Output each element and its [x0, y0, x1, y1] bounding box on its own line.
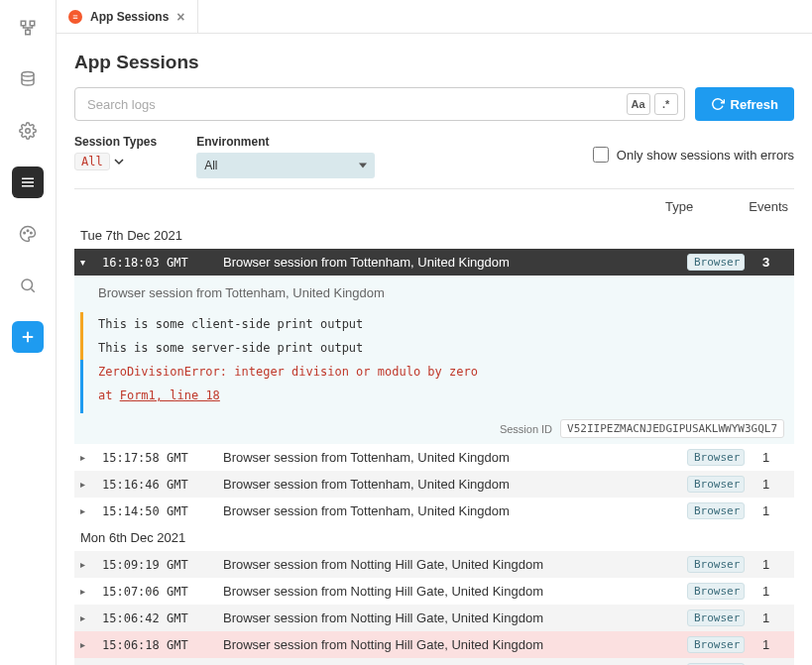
session-desc: Browser session from Tottenham, United K…	[223, 477, 675, 492]
session-time: 16:18:03 GMT	[102, 256, 211, 270]
regex-toggle[interactable]: .*	[654, 93, 678, 115]
svg-point-11	[22, 279, 33, 290]
chevron-right-icon: ▸	[80, 479, 90, 490]
session-row[interactable]: ▸ 15:06:42 GMT Browser session from Nott…	[74, 605, 794, 631]
refresh-label: Refresh	[731, 97, 778, 112]
session-row[interactable]: ▸ 15:07:06 GMT Browser session from Nott…	[74, 578, 794, 605]
log-line: This is some server-side print output	[98, 338, 780, 358]
svg-point-3	[22, 72, 34, 77]
table-header: Type Events	[74, 189, 794, 222]
tab-label: App Sessions	[90, 10, 169, 24]
error-source-link[interactable]: Form1, line 18	[120, 388, 220, 402]
svg-point-4	[26, 129, 31, 134]
type-badge: Browser	[687, 449, 745, 466]
session-types-label: Session Types	[74, 135, 157, 149]
logs-icon[interactable]	[12, 166, 44, 198]
type-badge: Browser	[687, 583, 745, 600]
svg-point-10	[31, 232, 33, 234]
session-time: 15:14:50 GMT	[102, 504, 211, 518]
event-count: 1	[756, 557, 788, 572]
type-badge: Browser	[687, 476, 745, 493]
type-badge: Browser	[687, 254, 745, 271]
session-desc: Browser session from Tottenham, United K…	[223, 255, 675, 270]
database-icon[interactable]	[12, 63, 44, 95]
event-count: 1	[756, 637, 788, 652]
session-types-value: All	[74, 153, 110, 170]
add-button[interactable]	[12, 321, 44, 353]
event-count: 1	[756, 450, 788, 465]
session-desc: Browser session from Tottenham, United K…	[223, 450, 675, 465]
session-row[interactable]: ▸ 15:14:50 GMT Browser session from Tott…	[74, 498, 794, 524]
stack-icon: ≡	[68, 10, 82, 24]
errors-only-label: Only show sessions with errors	[617, 148, 794, 163]
session-row-expanded[interactable]: ▾ 16:18:03 GMT Browser session from Tott…	[74, 249, 794, 276]
svg-point-8	[24, 232, 26, 234]
chevron-down-icon	[114, 157, 124, 166]
case-sensitive-toggle[interactable]: Aa	[627, 93, 650, 115]
session-row[interactable]: ▸ 15:06:18 GMT Browser session from Nott…	[74, 631, 794, 658]
chevron-right-icon: ▸	[80, 559, 90, 570]
session-desc: Browser session from Notting Hill Gate, …	[223, 584, 675, 599]
event-count: 1	[756, 584, 788, 599]
search-input[interactable]	[87, 97, 623, 112]
chevron-right-icon: ▸	[80, 612, 90, 623]
errors-only-checkbox[interactable]: Only show sessions with errors	[593, 147, 794, 163]
event-count: 3	[756, 255, 788, 270]
type-badge: Browser	[687, 610, 745, 626]
errors-only-input[interactable]	[593, 147, 609, 163]
session-id-label: Session ID	[500, 423, 552, 435]
detail-title: Browser session from Tottenham, United K…	[98, 285, 780, 300]
event-count: 1	[756, 610, 788, 625]
palette-icon[interactable]	[12, 218, 44, 250]
session-time: 15:07:06 GMT	[102, 585, 211, 599]
type-badge: Browser	[687, 636, 745, 653]
session-row[interactable]: ▸ 15:05:43 GMT Browser session from Nott…	[74, 658, 794, 665]
svg-rect-0	[21, 21, 26, 26]
tabbar: ≡ App Sessions ×	[57, 0, 812, 34]
session-time: 15:06:18 GMT	[102, 638, 211, 652]
svg-point-9	[27, 230, 29, 232]
environment-label: Environment	[196, 135, 375, 149]
gear-icon[interactable]	[12, 115, 44, 147]
chevron-right-icon: ▸	[80, 505, 90, 516]
search-icon[interactable]	[12, 270, 44, 301]
session-types-dropdown[interactable]: All	[74, 153, 157, 170]
environment-dropdown[interactable]: All	[196, 153, 375, 178]
session-row[interactable]: ▸ 15:09:19 GMT Browser session from Nott…	[74, 551, 794, 578]
session-id-row: Session ID V52IIPEZMACNJEDGIPUSAKLWWYW3G…	[74, 413, 794, 444]
search-field[interactable]: Aa .*	[74, 87, 685, 121]
close-icon[interactable]: ×	[176, 9, 184, 25]
chevron-right-icon: ▸	[80, 586, 90, 597]
refresh-button[interactable]: Refresh	[695, 87, 794, 121]
date-header: Mon 6th Dec 2021	[74, 524, 794, 551]
session-time: 15:06:42 GMT	[102, 611, 211, 625]
session-row[interactable]: ▸ 15:16:46 GMT Browser session from Tott…	[74, 471, 794, 498]
svg-line-12	[31, 288, 34, 291]
svg-rect-2	[26, 30, 31, 35]
session-time: 15:09:19 GMT	[102, 558, 211, 572]
refresh-icon	[711, 97, 725, 111]
sidebar	[0, 0, 57, 665]
session-desc: Browser session from Notting Hill Gate, …	[223, 637, 675, 652]
log-line: This is some client-side print output	[98, 314, 780, 334]
error-line: ZeroDivisionError: integer division or m…	[98, 362, 780, 382]
svg-rect-1	[30, 21, 35, 26]
session-time: 15:17:58 GMT	[102, 451, 211, 465]
chevron-right-icon: ▸	[80, 639, 90, 650]
type-badge: Browser	[687, 502, 745, 519]
session-row[interactable]: ▸ 15:17:58 GMT Browser session from Tott…	[74, 444, 794, 471]
column-type: Type	[665, 199, 725, 214]
tab-app-sessions[interactable]: ≡ App Sessions ×	[57, 0, 198, 33]
type-badge: Browser	[687, 556, 745, 573]
session-desc: Browser session from Tottenham, United K…	[223, 503, 675, 518]
column-events: Events	[749, 199, 788, 214]
chevron-right-icon: ▸	[80, 452, 90, 463]
page-title: App Sessions	[74, 52, 794, 73]
event-count: 1	[756, 503, 788, 518]
session-desc: Browser session from Notting Hill Gate, …	[223, 610, 675, 625]
tree-icon[interactable]	[12, 12, 44, 44]
error-trace: at Form1, line 18	[98, 386, 780, 405]
chevron-down-icon: ▾	[80, 257, 90, 268]
session-id-value[interactable]: V52IIPEZMACNJEDGIPUSAKLWWYW3GQL7	[560, 419, 784, 438]
session-time: 15:16:46 GMT	[102, 478, 211, 492]
